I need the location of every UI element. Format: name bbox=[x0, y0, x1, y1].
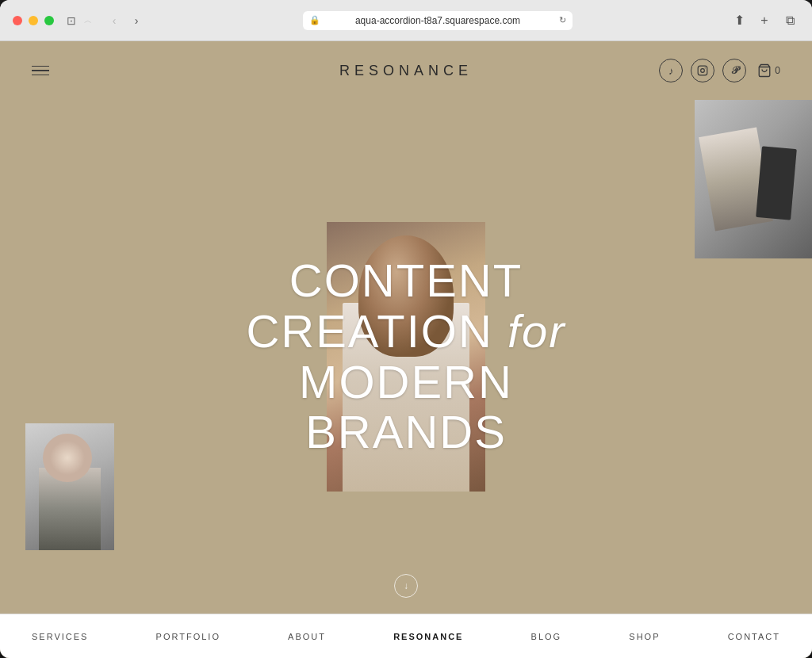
tiktok-icon[interactable]: ♪ bbox=[659, 59, 683, 82]
hero-italic: for bbox=[508, 305, 566, 357]
hero-section: CONTENT CREATION for MODERN BRANDS ↓ bbox=[0, 100, 812, 614]
site-header: RESONANCE ♪ 𝒫 bbox=[0, 41, 812, 100]
new-tab-button[interactable]: + bbox=[755, 11, 774, 30]
scroll-arrow-icon: ↓ bbox=[404, 580, 408, 591]
hamburger-menu[interactable] bbox=[32, 66, 49, 76]
nav-item-contact[interactable]: CONTACT bbox=[728, 625, 780, 648]
instagram-icon[interactable] bbox=[691, 59, 714, 82]
site-logo[interactable]: RESONANCE bbox=[339, 63, 473, 79]
lock-icon: 🔒 bbox=[309, 15, 320, 25]
hero-line2: CREATION bbox=[246, 305, 492, 357]
left-image-content bbox=[25, 423, 114, 550]
nav-item-portfolio[interactable]: PORTFOLIO bbox=[156, 625, 220, 648]
toolbar-actions: ⬆ + ⧉ bbox=[730, 11, 799, 30]
tab-icon[interactable]: ⊡ bbox=[63, 13, 79, 29]
mac-window: ⊡ ︿ ‹ › 🔒 ↻ ⬆ + ⧉ bbox=[0, 0, 812, 658]
traffic-lights bbox=[13, 16, 54, 25]
title-bar: ⊡ ︿ ‹ › 🔒 ↻ ⬆ + ⧉ bbox=[0, 0, 812, 41]
hero-line3: MODERN BRANDS bbox=[299, 356, 513, 458]
maximize-button[interactable] bbox=[44, 16, 54, 25]
nav-item-services[interactable]: SERVICES bbox=[32, 625, 88, 648]
nav-item-shop[interactable]: SHOP bbox=[629, 625, 660, 648]
browser-content: RESONANCE ♪ 𝒫 bbox=[0, 41, 812, 658]
svg-point-1 bbox=[701, 69, 705, 73]
address-bar: 🔒 ↻ bbox=[146, 11, 730, 30]
svg-point-2 bbox=[705, 67, 706, 68]
hero-headline: CONTENT CREATION for MODERN BRANDS bbox=[203, 255, 609, 457]
refresh-icon[interactable]: ↻ bbox=[559, 15, 566, 25]
hamburger-line-1 bbox=[32, 66, 49, 67]
forward-button[interactable]: › bbox=[127, 11, 146, 30]
svg-rect-0 bbox=[698, 66, 707, 75]
right-image bbox=[695, 100, 812, 258]
back-button[interactable]: ‹ bbox=[105, 11, 124, 30]
nav-item-blog[interactable]: BLOG bbox=[531, 625, 562, 648]
close-button[interactable] bbox=[13, 16, 22, 25]
hamburger-line-3 bbox=[32, 75, 49, 76]
cart-button[interactable]: 0 bbox=[757, 63, 780, 78]
nav-item-about[interactable]: ABOUT bbox=[288, 625, 326, 648]
right-image-content bbox=[695, 100, 812, 258]
hero-line1: CONTENT bbox=[289, 254, 523, 306]
hamburger-line-2 bbox=[32, 70, 49, 71]
nav-item-resonance[interactable]: RESONANCE bbox=[393, 625, 463, 648]
website: RESONANCE ♪ 𝒫 bbox=[0, 41, 812, 658]
header-right: ♪ 𝒫 bbox=[659, 59, 780, 82]
left-image bbox=[25, 423, 114, 550]
tab-controls: ⊡ ︿ bbox=[63, 13, 92, 29]
duplicate-button[interactable]: ⧉ bbox=[780, 11, 799, 30]
hero-text: CONTENT CREATION for MODERN BRANDS bbox=[203, 255, 609, 457]
url-input[interactable] bbox=[303, 11, 573, 30]
nav-buttons: ‹ › bbox=[105, 11, 146, 30]
cart-count: 0 bbox=[775, 65, 780, 76]
minimize-button[interactable] bbox=[29, 16, 38, 25]
bottom-nav: SERVICES PORTFOLIO ABOUT RESONANCE BLOG … bbox=[0, 614, 812, 658]
share-button[interactable]: ⬆ bbox=[730, 11, 749, 30]
pinterest-icon[interactable]: 𝒫 bbox=[722, 59, 746, 82]
scroll-down-button[interactable]: ↓ bbox=[394, 574, 418, 598]
